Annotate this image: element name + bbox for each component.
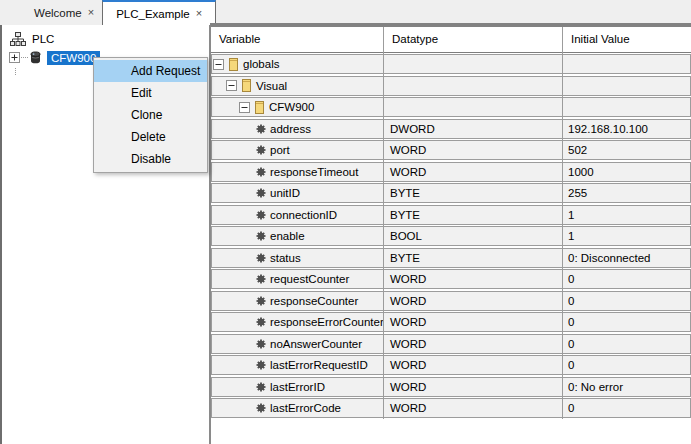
cell-initial-value[interactable]: 192.168.10.100 xyxy=(563,120,690,138)
table-row[interactable]: enableBOOL1 xyxy=(211,226,691,246)
cell-variable[interactable]: CFW900 xyxy=(212,98,384,116)
cell-datatype[interactable]: WORD xyxy=(384,356,563,374)
table-row[interactable]: requestCounterWORD0 xyxy=(211,269,691,289)
table-row[interactable]: lastErrorCodeWORD0 xyxy=(211,398,691,418)
folder-icon xyxy=(254,101,265,114)
cell-variable[interactable]: lastErrorRequestID xyxy=(212,356,384,374)
cell-datatype[interactable]: WORD xyxy=(384,378,563,396)
cell-datatype[interactable]: WORD xyxy=(384,335,563,353)
table-row[interactable]: CFW900 xyxy=(211,97,691,117)
cell-datatype[interactable]: DWORD xyxy=(384,120,563,138)
cell-initial-value[interactable]: 0 xyxy=(563,356,690,374)
cell-variable[interactable]: responseErrorCounter xyxy=(212,313,384,331)
table-row[interactable]: responseTimeoutWORD1000 xyxy=(211,162,691,182)
menu-item-clone[interactable]: Clone xyxy=(94,104,207,126)
cell-text: DWORD xyxy=(390,123,435,135)
menu-item-add-request[interactable]: Add Request xyxy=(94,60,207,82)
table-row[interactable]: responseCounterWORD0 xyxy=(211,291,691,311)
column-separator xyxy=(562,27,563,419)
close-icon[interactable]: × xyxy=(88,7,94,18)
cell-datatype[interactable]: BYTE xyxy=(384,206,563,224)
cell-initial-value[interactable]: 0 xyxy=(563,399,690,417)
cell-datatype[interactable] xyxy=(384,77,563,95)
cell-initial-value[interactable]: 0 xyxy=(563,270,690,288)
table-row[interactable]: Visual xyxy=(211,76,691,96)
variable-table: Variable Datatype Initial Value globalsV… xyxy=(210,23,691,444)
cell-variable[interactable]: noAnswerCounter xyxy=(212,335,384,353)
cell-variable[interactable]: responseTimeout xyxy=(212,163,384,181)
gear-bullet-icon xyxy=(256,403,266,413)
tab-plc-example[interactable]: PLC_Example × xyxy=(102,0,216,25)
cell-variable[interactable]: port xyxy=(212,141,384,159)
cell-initial-value[interactable]: 0 xyxy=(563,292,690,310)
column-header-initial-value[interactable]: Initial Value xyxy=(563,27,691,52)
cell-initial-value[interactable]: 0 xyxy=(563,313,690,331)
table-row[interactable]: globals xyxy=(211,54,691,74)
cell-initial-value[interactable] xyxy=(563,55,690,73)
table-row[interactable]: noAnswerCounterWORD0 xyxy=(211,334,691,354)
cell-variable[interactable]: address xyxy=(212,120,384,138)
variable-name: responseCounter xyxy=(270,295,358,307)
cell-initial-value[interactable] xyxy=(563,98,690,116)
cell-datatype[interactable]: WORD xyxy=(384,292,563,310)
cell-datatype[interactable]: WORD xyxy=(384,270,563,288)
cell-datatype[interactable]: BYTE xyxy=(384,249,563,267)
gear-bullet-icon xyxy=(256,124,266,134)
collapse-minus-icon[interactable] xyxy=(239,102,250,113)
cell-text: BYTE xyxy=(390,187,420,199)
cell-initial-value[interactable]: 1 xyxy=(563,227,690,245)
cell-variable[interactable]: connectionID xyxy=(212,206,384,224)
cell-initial-value[interactable]: 502 xyxy=(563,141,690,159)
plc-hierarchy-icon xyxy=(10,32,26,46)
close-icon[interactable]: × xyxy=(196,8,202,19)
cell-datatype[interactable]: WORD xyxy=(384,399,563,417)
cell-variable[interactable]: status xyxy=(212,249,384,267)
cell-variable[interactable]: lastErrorCode xyxy=(212,399,384,417)
cell-datatype[interactable] xyxy=(384,55,563,73)
cell-datatype[interactable]: BOOL xyxy=(384,227,563,245)
cell-datatype[interactable]: WORD xyxy=(384,141,563,159)
cell-initial-value[interactable]: 255 xyxy=(563,184,690,202)
folder-icon xyxy=(228,58,239,71)
cell-variable[interactable]: requestCounter xyxy=(212,270,384,288)
cell-datatype[interactable] xyxy=(384,98,563,116)
cell-variable[interactable]: lastErrorID xyxy=(212,378,384,396)
cell-initial-value[interactable]: 1000 xyxy=(563,163,690,181)
table-row[interactable]: lastErrorIDWORD0: No error xyxy=(211,377,691,397)
table-row[interactable]: responseErrorCounterWORD0 xyxy=(211,312,691,332)
tab-welcome[interactable]: Welcome × xyxy=(26,0,102,25)
cell-datatype[interactable]: BYTE xyxy=(384,184,563,202)
variable-name: unitID xyxy=(270,187,300,199)
table-row[interactable]: lastErrorRequestIDWORD0 xyxy=(211,355,691,375)
cell-variable[interactable]: responseCounter xyxy=(212,292,384,310)
cell-variable[interactable]: enable xyxy=(212,227,384,245)
cell-variable[interactable]: unitID xyxy=(212,184,384,202)
cell-initial-value[interactable]: 0 xyxy=(563,335,690,353)
menu-item-edit[interactable]: Edit xyxy=(94,82,207,104)
cell-initial-value[interactable]: 0: Disconnected xyxy=(563,249,690,267)
tree-node-plc[interactable]: PLC xyxy=(10,31,209,47)
cell-datatype[interactable]: WORD xyxy=(384,163,563,181)
table-row[interactable]: statusBYTE0: Disconnected xyxy=(211,248,691,268)
table-row[interactable]: unitIDBYTE255 xyxy=(211,183,691,203)
variable-name: responseErrorCounter xyxy=(270,316,384,328)
variable-name: port xyxy=(270,144,290,156)
menu-item-disable[interactable]: Disable xyxy=(94,148,207,170)
expand-plus-icon[interactable] xyxy=(9,52,20,63)
table-row[interactable]: connectionIDBYTE1 xyxy=(211,205,691,225)
variable-name: lastErrorCode xyxy=(270,402,341,414)
collapse-minus-icon[interactable] xyxy=(226,80,237,91)
cell-initial-value[interactable]: 1 xyxy=(563,206,690,224)
cell-initial-value[interactable] xyxy=(563,77,690,95)
collapse-minus-icon[interactable] xyxy=(213,59,224,70)
table-row[interactable]: addressDWORD192.168.10.100 xyxy=(211,119,691,139)
cell-initial-value[interactable]: 0: No error xyxy=(563,378,690,396)
column-header-variable[interactable]: Variable xyxy=(211,27,384,52)
cell-variable[interactable]: globals xyxy=(212,55,384,73)
cell-variable[interactable]: Visual xyxy=(212,77,384,95)
menu-item-delete[interactable]: Delete xyxy=(94,126,207,148)
variable-name: CFW900 xyxy=(269,101,314,113)
table-row[interactable]: portWORD502 xyxy=(211,140,691,160)
cell-datatype[interactable]: WORD xyxy=(384,313,563,331)
column-header-datatype[interactable]: Datatype xyxy=(384,27,563,52)
